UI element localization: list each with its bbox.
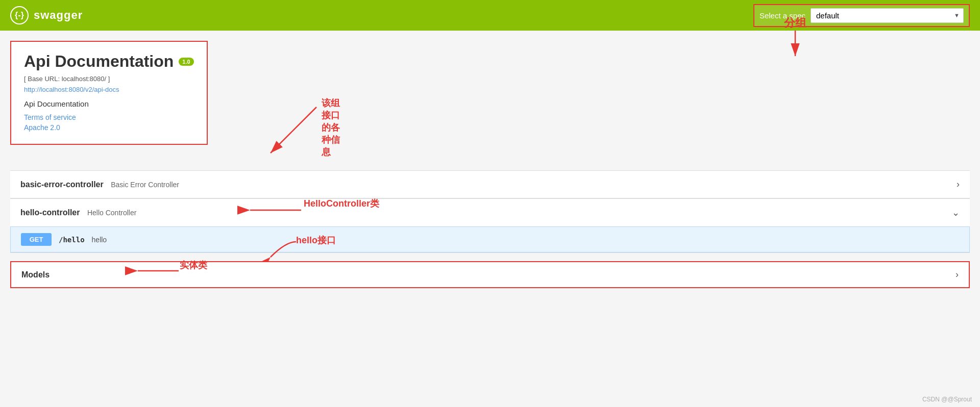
controller-basic-error-desc: Basic Error Controller (111, 181, 179, 189)
controller-hello-chevron: ⌄ (952, 207, 960, 218)
swagger-logo-text: swagger (34, 9, 83, 22)
api-description: Api Documentation (24, 99, 194, 108)
header: {-} swagger Select a spec default (0, 0, 980, 31)
annotation-group-text: 分组 (784, 15, 806, 31)
controller-hello-title-area: hello-controller Hello Controller (20, 208, 136, 217)
arrow-group-svg (785, 31, 805, 61)
controller-basic-error-title-area: basic-error-controller Basic Error Contr… (20, 180, 179, 189)
controller-basic-error-name: basic-error-controller (20, 180, 104, 189)
main-content: Api Documentation 1.0 [ Base URL: localh… (0, 31, 980, 298)
controller-hello-name: hello-controller (20, 208, 80, 217)
controller-hello-wrapper: hello-controller Hello Controller ⌄ GET … (10, 198, 970, 253)
endpoint-row-hello[interactable]: GET /hello hello (11, 227, 969, 252)
annotation-group: 分组 (784, 15, 806, 61)
controller-basic-error: basic-error-controller Basic Error Contr… (10, 170, 970, 198)
controller-basic-error-chevron: › (957, 179, 960, 190)
api-docs-link[interactable]: http://localhost:8080/v2/api-docs (24, 86, 194, 93)
swagger-logo-icon: {-} (10, 6, 29, 24)
api-info-card: Api Documentation 1.0 [ Base URL: localh… (10, 41, 208, 145)
base-url: [ Base URL: localhost:8080/ ] (24, 75, 194, 83)
watermark: CSDN @@Sprout (922, 396, 972, 403)
models-title: Models (21, 270, 50, 279)
controller-hello-header[interactable]: hello-controller Hello Controller ⌄ (10, 198, 970, 226)
controller-hello: hello-controller Hello Controller ⌄ GET … (10, 198, 970, 253)
logo-area: {-} swagger (10, 6, 83, 24)
models-chevron: › (955, 269, 959, 280)
version-badge: 1.0 (179, 58, 193, 66)
method-badge-get: GET (21, 233, 52, 246)
license-link[interactable]: Apache 2.0 (24, 123, 194, 132)
annotation-hello-controller: HelloController类 (245, 202, 306, 218)
endpoint-path-hello: /hello (59, 236, 85, 244)
arrow-group-info-svg (265, 102, 347, 163)
annotation-group-info: 该组接口的各种信息 (265, 102, 347, 163)
controller-basic-error-header[interactable]: basic-error-controller Basic Error Contr… (10, 170, 970, 198)
arrow-models-svg (133, 263, 184, 278)
arrow-hello-controller-svg (245, 202, 306, 218)
models-wrapper: Models › 实体类 (10, 261, 970, 288)
spec-select[interactable]: default (811, 8, 964, 23)
arrow-hello-endpoint-svg (245, 237, 296, 262)
endpoint-summary-hello: hello (92, 236, 107, 244)
svg-line-1 (271, 107, 316, 153)
annotation-hello-endpoint: hello接口 (245, 237, 296, 262)
api-title: Api Documentation (24, 52, 174, 71)
annotation-models: 实体类 (133, 263, 184, 278)
controller-hello-desc: Hello Controller (87, 209, 136, 217)
endpoint-list-hello: GET /hello hello (10, 226, 970, 252)
api-title-row: Api Documentation 1.0 (24, 52, 194, 71)
terms-of-service-link[interactable]: Terms of service (24, 113, 194, 121)
spec-select-wrapper[interactable]: default (811, 8, 964, 23)
